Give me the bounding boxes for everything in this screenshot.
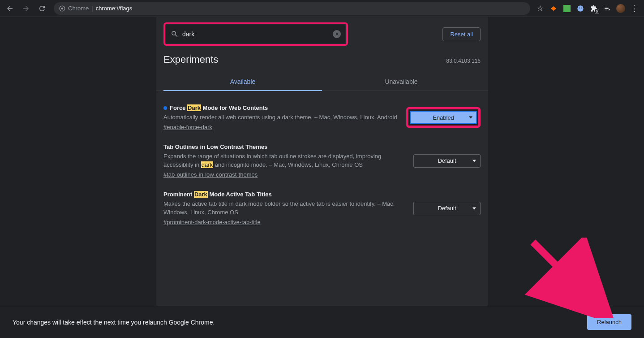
flag-hash-link[interactable]: #tab-outlines-in-low-contrast-themes [163, 171, 258, 178]
version-label: 83.0.4103.116 [446, 58, 481, 64]
tab-available[interactable]: Available [163, 73, 322, 91]
address-separator: | [91, 5, 93, 12]
flag-info: Prominent Dark Mode Active Tab Titles Ma… [163, 191, 406, 226]
reset-all-button[interactable]: Reset all [442, 27, 481, 41]
flag-title: Tab Outlines in Low Contrast Themes [163, 143, 406, 150]
flag-info: Force Dark Mode for Web Contents Automat… [163, 104, 399, 131]
back-button[interactable] [4, 2, 16, 15]
search-highlight-annotation: ✕ [163, 22, 348, 46]
clear-search-icon[interactable]: ✕ [333, 30, 341, 38]
tab-unavailable[interactable]: Unavailable [322, 73, 481, 91]
reload-button[interactable] [36, 2, 48, 15]
title-row: Experiments 83.0.4103.116 [156, 49, 488, 73]
arrow-annotation [524, 238, 614, 318]
flag-select[interactable]: Default [413, 154, 481, 168]
search-input[interactable] [182, 30, 329, 38]
flags-page: ✕ Reset all Experiments 83.0.4103.116 Av… [156, 17, 488, 306]
browser-toolbar: Chrome | chrome://flags ☆ 0 ⋮ [0, 0, 644, 17]
extension-icon-1[interactable] [549, 4, 558, 13]
flag-hash-link[interactable]: #enable-force-dark [163, 124, 212, 130]
extension-icon-2[interactable] [562, 4, 571, 13]
extensions-badge: 0 [595, 9, 599, 14]
flag-info: Tab Outlines in Low Contrast Themes Expa… [163, 143, 406, 178]
extension-icon-3[interactable] [576, 4, 585, 13]
flag-select[interactable]: Default [413, 202, 481, 215]
tabs: Available Unavailable [156, 73, 488, 91]
flag-item: Prominent Dark Mode Active Tab Titles Ma… [163, 185, 481, 232]
extensions-icon[interactable]: 0 [589, 4, 598, 13]
flag-control: Default [413, 143, 481, 178]
page-title: Experiments [163, 54, 218, 65]
header-row: ✕ Reset all [156, 17, 488, 49]
flag-description: Makes the active tab title in dark mode … [163, 199, 406, 217]
flag-item: Tab Outlines in Low Contrast Themes Expa… [163, 137, 481, 185]
flags-list: Force Dark Mode for Web Contents Automat… [156, 91, 488, 239]
search-highlight: Dark [194, 191, 208, 198]
address-host: Chrome [68, 5, 89, 12]
search-icon [171, 30, 179, 38]
search-highlight: dark [201, 161, 213, 168]
svg-point-4 [581, 7, 582, 8]
search-highlight: Dark [187, 104, 201, 111]
flag-control: Enabled [406, 104, 481, 131]
flag-item: Force Dark Mode for Web Contents Automat… [163, 98, 481, 137]
profile-avatar[interactable] [616, 4, 625, 13]
flag-description: Automatically render all web contents us… [163, 113, 399, 122]
modified-dot-icon [163, 106, 167, 110]
flag-select[interactable]: Enabled [410, 111, 477, 124]
media-icon[interactable] [603, 4, 612, 13]
flag-control: Default [413, 191, 481, 226]
svg-point-3 [579, 7, 580, 8]
svg-point-2 [577, 5, 583, 11]
search-box[interactable]: ✕ [166, 25, 345, 43]
flag-hash-link[interactable]: #prominent-dark-mode-active-tab-title [163, 219, 261, 225]
flag-description: Expands the range of situations in which… [163, 152, 406, 169]
svg-point-1 [61, 7, 64, 9]
bookmark-star-icon[interactable]: ☆ [536, 4, 545, 13]
select-highlight-annotation: Enabled [406, 107, 481, 128]
svg-line-6 [533, 242, 596, 305]
menu-button[interactable]: ⋮ [630, 4, 639, 13]
toolbar-right: ☆ 0 ⋮ [536, 4, 640, 13]
address-path: chrome://flags [96, 5, 133, 12]
flag-title: Force Dark Mode for Web Contents [163, 104, 399, 111]
flag-title: Prominent Dark Mode Active Tab Titles [163, 191, 406, 198]
relaunch-message: Your changes will take effect the next t… [13, 319, 587, 326]
address-bar[interactable]: Chrome | chrome://flags [54, 2, 530, 15]
forward-button[interactable] [20, 2, 32, 15]
